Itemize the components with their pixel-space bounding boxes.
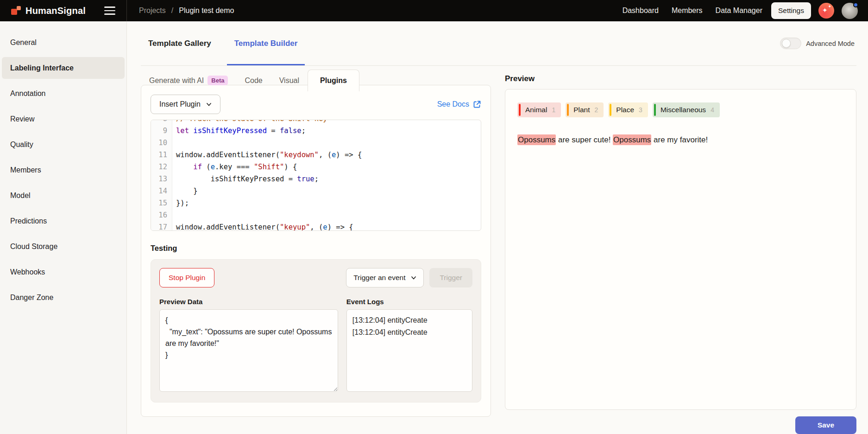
event-log-entry: [13:12:04] entityCreate: [352, 326, 466, 338]
tabs-row: Template GalleryTemplate Builder Advance…: [141, 21, 856, 66]
code-line: 14 }: [151, 185, 481, 197]
line-number: 8: [151, 120, 172, 125]
avatar[interactable]: [842, 3, 858, 19]
breadcrumb-separator: /: [171, 6, 173, 15]
code-line: 13 isShiftKeyPressed = true;: [151, 173, 481, 185]
humansignal-logo-icon: [11, 6, 21, 16]
preview-data-section: Preview Data { "my_text": "Opossums are …: [159, 298, 338, 394]
sidebar-item-model[interactable]: Model: [2, 185, 125, 206]
line-number: 15: [151, 197, 172, 209]
trigger-event-select-value: Trigger an event: [353, 274, 405, 282]
chevron-down-icon: [411, 275, 416, 281]
topbar-nav-settings[interactable]: Settings: [771, 2, 811, 19]
topbar-nav-data-manager[interactable]: Data Manager: [711, 3, 767, 19]
topbar-nav-members[interactable]: Members: [667, 3, 707, 19]
code-text: isShiftKeyPressed = true;: [172, 173, 319, 185]
trigger-button[interactable]: Trigger: [429, 268, 472, 287]
label-color-bar: [519, 104, 521, 116]
sidebar-item-webhooks[interactable]: Webhooks: [2, 261, 125, 283]
topbar: HumanSignal Projects / Plugin test demo …: [0, 0, 868, 21]
breadcrumb-projects[interactable]: Projects: [139, 6, 166, 15]
code-text: [172, 137, 176, 149]
tab-template-gallery[interactable]: Template Gallery: [141, 21, 219, 65]
breadcrumb-current: Plugin test demo: [179, 6, 234, 15]
trigger-event-select[interactable]: Trigger an event: [346, 268, 424, 287]
advanced-mode-toggle[interactable]: [780, 38, 801, 49]
code-line: 9let isShiftKeyPressed = false;: [151, 125, 481, 137]
code-line: 15});: [151, 197, 481, 209]
subtab-visual[interactable]: Visual: [271, 70, 308, 91]
code-text: // Track the state of the Shift key: [172, 120, 327, 125]
testing-panel: Stop Plugin Trigger an event Trigger Pre…: [151, 259, 481, 402]
label-chip-plant[interactable]: Plant2: [566, 102, 604, 117]
code-line: 17window.addEventListener("keyup", (e) =…: [151, 221, 481, 231]
subtab-code[interactable]: Code: [236, 70, 270, 91]
advanced-mode: Advanced Mode: [780, 21, 856, 65]
preview-column: Preview Animal1Plant2Place3Miscellaneous…: [505, 66, 856, 434]
subtab-plugins[interactable]: Plugins: [308, 70, 359, 91]
beta-badge: Beta: [208, 76, 228, 85]
highlighted-region[interactable]: Opossums: [613, 134, 651, 145]
code-text: let isShiftKeyPressed = false;: [172, 125, 306, 137]
line-number: 17: [151, 221, 172, 231]
label-chip-miscellaneous[interactable]: Miscellaneous4: [653, 102, 720, 117]
label-chip-hotkey: 4: [711, 106, 714, 114]
line-number: 14: [151, 185, 172, 197]
preview-data-textarea[interactable]: { "my_text": "Opossums are super cute! O…: [159, 309, 338, 392]
label-chip-name: Animal: [525, 106, 547, 114]
code-line: 12 if (e.key === "Shift") {: [151, 161, 481, 173]
preview-data-label: Preview Data: [159, 298, 338, 306]
hamburger-menu-icon[interactable]: [104, 6, 115, 15]
sparkle-icon-small: ✦: [828, 5, 831, 9]
code-text: });: [172, 197, 189, 209]
sidebar-item-members[interactable]: Members: [2, 159, 125, 181]
topbar-divider: [126, 0, 127, 21]
code-text: }: [172, 185, 198, 197]
code-text: window.addEventListener("keyup", (e) => …: [172, 221, 353, 231]
insert-plugin-button[interactable]: Insert Plugin: [151, 95, 220, 114]
ai-assistant-button[interactable]: ✦ ✦: [818, 3, 834, 19]
plugins-panel: Insert Plugin See Docs 8// Track the sta…: [141, 85, 491, 417]
sidebar-item-general[interactable]: General: [2, 32, 125, 53]
tab-template-builder[interactable]: Template Builder: [227, 21, 305, 65]
sidebar-menu: GeneralLabeling InterfaceAnnotationRevie…: [2, 32, 125, 308]
preview-text: Opossums are super cute! Opossums are my…: [517, 134, 844, 146]
save-button[interactable]: Save: [795, 416, 856, 434]
sidebar-item-labeling-interface[interactable]: Labeling Interface: [2, 57, 125, 79]
breadcrumb: Projects / Plugin test demo: [139, 6, 234, 15]
plugin-toolbar: Insert Plugin See Docs: [151, 95, 481, 114]
sidebar-item-review[interactable]: Review: [2, 108, 125, 130]
see-docs-link[interactable]: See Docs: [437, 100, 481, 108]
label-color-bar: [654, 104, 656, 116]
sparkle-icon: ✦: [822, 7, 828, 13]
toggle-knob: [782, 39, 791, 48]
label-chip-hotkey: 3: [639, 106, 642, 114]
settings-sidebar: GeneralLabeling InterfaceAnnotationRevie…: [0, 21, 127, 434]
highlighted-region[interactable]: Opossums: [517, 134, 556, 145]
main-tabs: Template GalleryTemplate Builder: [141, 21, 313, 65]
label-chip-name: Plant: [573, 106, 590, 114]
topbar-nav-dashboard[interactable]: Dashboard: [618, 3, 663, 19]
code-text: [172, 209, 176, 221]
code-editor[interactable]: 8// Track the state of the Shift key9let…: [151, 120, 481, 231]
subtab-label: Code: [245, 77, 262, 85]
sidebar-item-annotation[interactable]: Annotation: [2, 83, 125, 104]
sidebar-item-cloud-storage[interactable]: Cloud Storage: [2, 236, 125, 257]
label-chips: Animal1Plant2Place3Miscellaneous4: [517, 102, 844, 117]
sidebar-item-quality[interactable]: Quality: [2, 134, 125, 155]
line-number: 9: [151, 125, 172, 137]
label-chip-place[interactable]: Place3: [608, 102, 648, 117]
code-text: window.addEventListener("keydown", (e) =…: [172, 149, 362, 161]
sidebar-item-danger-zone[interactable]: Danger Zone: [2, 287, 125, 308]
see-docs-label: See Docs: [437, 100, 469, 108]
code-text: if (e.key === "Shift") {: [172, 161, 297, 173]
sidebar-item-predictions[interactable]: Predictions: [2, 210, 125, 232]
code-line: 16: [151, 209, 481, 221]
stop-plugin-button[interactable]: Stop Plugin: [159, 268, 214, 287]
online-status-dot: [853, 2, 858, 7]
line-number: 11: [151, 149, 172, 161]
label-chip-animal[interactable]: Animal1: [517, 102, 561, 117]
line-number: 16: [151, 209, 172, 221]
subtab-generate-with-ai[interactable]: Generate with AIBeta: [141, 70, 236, 91]
event-logs-box: [13:12:04] entityCreate[13:12:04] entity…: [346, 309, 472, 392]
